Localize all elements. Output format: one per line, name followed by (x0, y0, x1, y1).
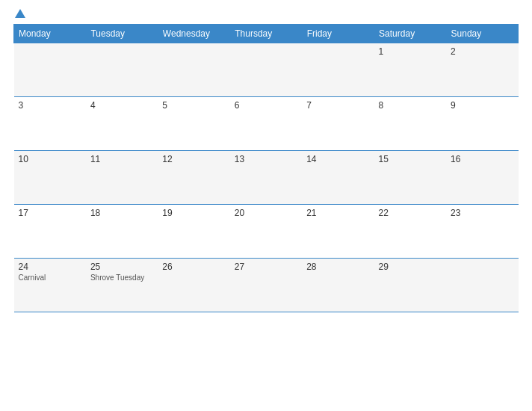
calendar-cell: 1 (374, 43, 446, 96)
week-row-3: 10111213141516 (14, 150, 519, 204)
weekday-header-saturday: Saturday (374, 24, 446, 43)
day-number: 28 (306, 262, 369, 272)
calendar-cell: 19 (158, 204, 229, 258)
day-number: 12 (162, 154, 225, 164)
day-number: 15 (379, 154, 442, 164)
day-event: Carnival (19, 274, 81, 282)
calendar-cell (446, 258, 518, 312)
calendar-cell: 23 (446, 204, 518, 258)
calendar-cell (302, 43, 374, 96)
calendar-cell: 25Shrove Tuesday (86, 258, 158, 312)
day-number: 18 (90, 208, 153, 218)
calendar-cell: 2 (446, 43, 518, 96)
day-number: 9 (451, 100, 513, 111)
weekday-header-row: MondayTuesdayWednesdayThursdayFridaySatu… (14, 24, 519, 43)
day-event: Shrove Tuesday (90, 274, 153, 282)
calendar-cell (158, 43, 229, 96)
weekday-header-tuesday: Tuesday (86, 24, 158, 43)
day-number: 7 (306, 100, 369, 111)
calendar-cell: 5 (158, 96, 229, 150)
calendar-cell: 21 (302, 204, 374, 258)
week-row-1: 12 (14, 43, 519, 96)
calendar-cell: 18 (86, 204, 158, 258)
calendar-cell: 14 (302, 150, 374, 204)
day-number: 27 (235, 262, 297, 272)
calendar-cell: 15 (374, 150, 446, 204)
day-number: 11 (90, 154, 153, 164)
calendar-cell: 27 (230, 258, 302, 312)
day-number: 16 (451, 154, 513, 164)
logo-area (13, 7, 81, 19)
calendar-cell (14, 43, 86, 96)
calendar-cell: 9 (446, 96, 518, 150)
weekday-header-sunday: Sunday (446, 24, 518, 43)
calendar-cell: 11 (86, 150, 158, 204)
day-number: 17 (19, 208, 81, 218)
day-number: 22 (379, 208, 442, 218)
calendar-cell: 22 (374, 204, 446, 258)
day-number: 8 (379, 100, 442, 111)
calendar-cell: 7 (302, 96, 374, 150)
calendar-container: MondayTuesdayWednesdayThursdayFridaySatu… (0, 0, 532, 411)
calendar-cell: 20 (230, 204, 302, 258)
day-number: 24 (19, 262, 81, 272)
calendar-cell: 29 (374, 258, 446, 312)
day-number: 1 (379, 46, 442, 57)
day-number: 4 (90, 100, 153, 111)
calendar-cell: 24Carnival (14, 258, 86, 312)
calendar-cell: 10 (14, 150, 86, 204)
calendar-cell: 28 (302, 258, 374, 312)
week-row-5: 24Carnival25Shrove Tuesday26272829 (14, 258, 519, 312)
calendar-grid: MondayTuesdayWednesdayThursdayFridaySatu… (13, 24, 519, 312)
logo-triangle-icon (15, 9, 25, 18)
day-number: 13 (235, 154, 297, 164)
calendar-cell: 12 (158, 150, 229, 204)
day-number: 3 (19, 100, 81, 111)
day-number: 25 (90, 262, 153, 272)
calendar-cell: 17 (14, 204, 86, 258)
calendar-cell: 13 (230, 150, 302, 204)
week-row-2: 3456789 (14, 96, 519, 150)
week-row-4: 17181920212223 (14, 204, 519, 258)
day-number: 14 (306, 154, 369, 164)
calendar-cell: 4 (86, 96, 158, 150)
calendar-cell: 6 (230, 96, 302, 150)
day-number: 23 (451, 208, 513, 218)
calendar-cell: 8 (374, 96, 446, 150)
calendar-cell: 26 (158, 258, 229, 312)
day-number: 21 (306, 208, 369, 218)
calendar-cell (86, 43, 158, 96)
day-number: 20 (235, 208, 297, 218)
weekday-header-friday: Friday (302, 24, 374, 43)
day-number: 5 (162, 100, 225, 111)
weekday-header-thursday: Thursday (230, 24, 302, 43)
day-number: 19 (162, 208, 225, 218)
calendar-cell: 16 (446, 150, 518, 204)
day-number: 29 (379, 262, 442, 272)
weekday-header-wednesday: Wednesday (158, 24, 229, 43)
day-number: 10 (19, 154, 81, 164)
weekday-header-monday: Monday (14, 24, 86, 43)
day-number: 26 (162, 262, 225, 272)
calendar-cell: 3 (14, 96, 86, 150)
day-number: 6 (235, 100, 297, 111)
calendar-cell (230, 43, 302, 96)
header-row (13, 7, 519, 19)
day-number: 2 (451, 46, 513, 57)
